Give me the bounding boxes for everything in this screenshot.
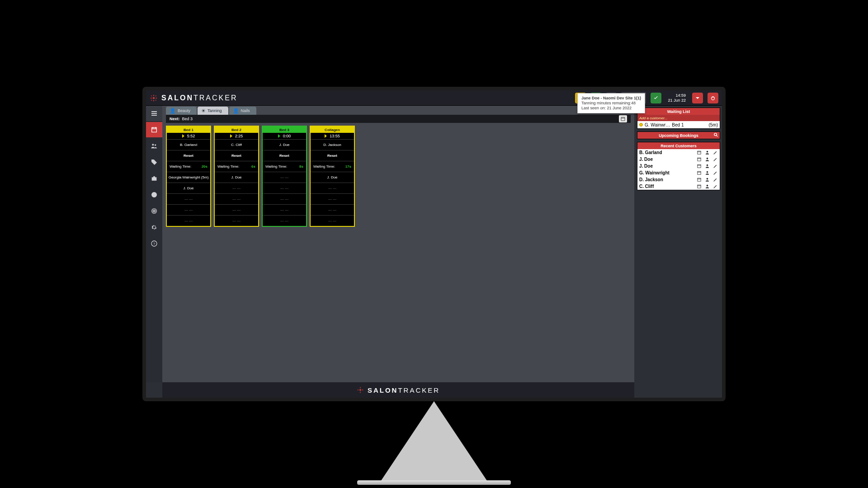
recent-customer-row[interactable]: J. Doe [637,156,720,163]
queue-slot[interactable]: --- --- [215,193,258,204]
queue-slot[interactable]: --- --- [311,183,354,193]
svg-point-4 [155,144,156,145]
bed-name: Bed 3 [263,127,306,133]
nav-help[interactable]: ? [146,236,162,251]
queue-slot[interactable]: --- --- [167,215,210,226]
queue-slot[interactable]: --- --- [263,215,306,226]
queue-slot[interactable]: --- --- [215,215,258,226]
power-button[interactable] [708,93,718,103]
svg-rect-22 [697,185,700,188]
profile-icon[interactable] [704,177,710,182]
tab-nails[interactable]: 👤 Nails [229,107,256,115]
edit-icon[interactable] [712,170,718,175]
edit-icon[interactable] [712,177,718,182]
person-icon: 👤 [233,108,239,113]
clock: 14:59 21 Jun 22 [666,93,688,103]
nav-till[interactable] [146,171,162,186]
monitor-stand [380,401,488,483]
tag-icon [151,159,158,166]
queue-slot[interactable]: --- --- [215,183,258,193]
bed-card[interactable]: Bed 2 2:25 C. Cliff Reset Waiting Time:6… [214,126,259,227]
queue-slot[interactable]: --- --- [263,172,306,183]
queue-slot[interactable]: --- --- [311,204,354,215]
queue-slot[interactable]: --- --- [167,204,210,215]
calendar-icon[interactable] [696,164,702,169]
edit-icon[interactable] [712,157,718,162]
menu-button[interactable] [146,106,162,121]
bed-card[interactable]: Collagen 13:55 D. Jackson Reset Waiting … [310,126,355,227]
clock-date: 21 Jun 22 [668,98,686,103]
edit-icon[interactable] [712,150,718,155]
profile-icon[interactable] [704,184,710,189]
queue-slot[interactable]: J. Doe [167,183,210,193]
svg-point-3 [152,144,154,145]
nav-calendar[interactable] [146,122,162,137]
nav-settings[interactable] [146,220,162,235]
next-bed-bar: Next: Bed 3 [166,115,631,123]
queue-slot[interactable]: --- --- [311,215,354,226]
bed-card[interactable]: Bed 1 5:52 B. Garland Reset Waiting Time… [166,126,211,227]
waiting-time: Waiting Time:8s [263,161,306,172]
queue-slot[interactable]: --- --- [311,193,354,204]
calendar-popout-button[interactable] [619,115,627,122]
pie-icon [151,191,158,198]
add-customer-input[interactable]: Add a customer... [637,115,720,121]
bed-card[interactable]: Bed 3 0:00 J. Doe Reset Waiting Time:8s … [262,126,307,227]
bed-grid: Bed 1 5:52 B. Garland Reset Waiting Time… [162,123,634,230]
edit-icon[interactable] [712,164,718,169]
nav-tags[interactable] [146,155,162,170]
recent-customer-row[interactable]: C. Cliff [637,183,720,190]
rc-name: C. Cliff [639,184,654,189]
profile-icon[interactable] [704,170,710,175]
tab-beauty[interactable]: 👤 Beauty [166,107,197,115]
logo-icon [357,386,364,394]
minimize-button[interactable] [692,93,703,103]
bed-timer: 13:55 [311,133,354,139]
calendar-icon [151,126,158,133]
logo-text-1: SALON [161,94,193,102]
queue-slot[interactable]: --- --- [215,204,258,215]
queue-slot[interactable]: --- --- [263,204,306,215]
profile-icon[interactable] [704,164,710,169]
queue-slot[interactable]: --- --- [167,193,210,204]
reset-button[interactable]: Reset [215,150,258,161]
profile-icon[interactable] [704,150,710,155]
reset-button[interactable]: Reset [311,150,354,161]
calendar-icon[interactable] [696,157,702,162]
reset-button[interactable]: Reset [263,150,306,161]
tab-tanning[interactable]: ☀ Tanning [198,107,228,115]
panel-header: Waiting List [637,108,720,115]
svg-point-21 [706,178,708,180]
edit-icon[interactable] [712,184,718,189]
recent-customer-row[interactable]: B. Garland [637,149,720,156]
profile-icon[interactable] [704,157,710,162]
nav-customers[interactable] [146,138,162,154]
bed-customer: J. Doe [263,139,306,150]
queue-slot[interactable]: --- --- [263,183,306,193]
queue-slot[interactable]: Georgia Wainwright (5m) [167,172,210,183]
queue-slot[interactable]: J. Doe [215,172,258,183]
waiting-list-item[interactable]: G. Wainwr… Bed 1 (5m) [637,121,720,128]
calendar-icon[interactable] [696,170,702,175]
reset-button[interactable]: Reset [167,150,210,161]
help-icon: ? [151,240,158,247]
target-icon [151,207,158,215]
nav-reports[interactable] [146,187,162,202]
calendar-icon[interactable] [696,177,702,182]
calendar-icon[interactable] [696,150,702,155]
calendar-icon[interactable] [696,184,702,189]
recent-customer-row[interactable]: D. Jackson [637,176,720,183]
rc-name: B. Garland [639,150,662,155]
svg-point-19 [706,171,708,173]
gear-icon [151,224,158,231]
queue-slot[interactable]: J. Doe [311,172,354,183]
bed-timer: 2:25 [215,133,258,139]
svg-rect-14 [697,158,700,161]
nav-marketing[interactable] [146,203,162,219]
recent-customer-row[interactable]: J. Doe [637,163,720,169]
people-icon [151,142,158,150]
recent-customer-row[interactable]: G. Wainwright [637,169,720,176]
queue-slot[interactable]: --- --- [263,193,306,204]
upcoming-bookings-panel: Upcoming Bookings [637,131,720,139]
search-icon[interactable] [713,132,718,138]
